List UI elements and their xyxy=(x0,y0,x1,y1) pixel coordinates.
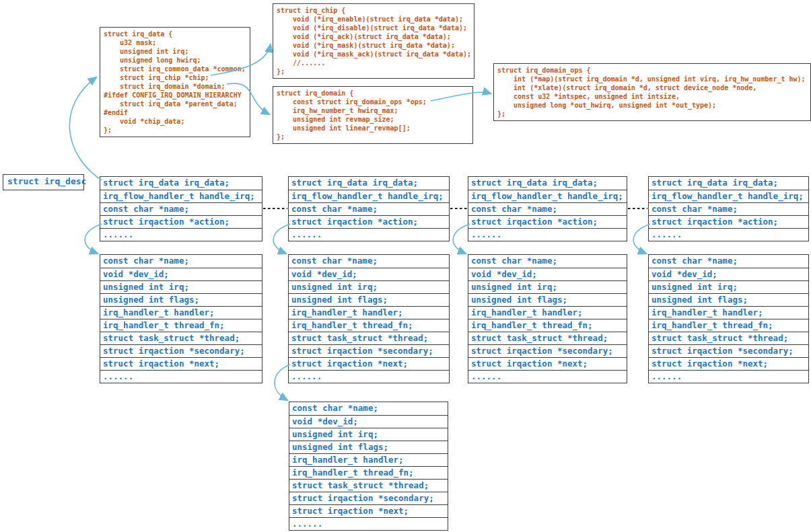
table-row: void *dev_id; xyxy=(289,268,449,280)
irqaction-table-4: const char *name; void *dev_id; unsigned… xyxy=(648,254,809,383)
irqaction-table-1: const char *name; void *dev_id; unsigned… xyxy=(100,254,262,383)
table-row: irq_flow_handler_t handle_irq; xyxy=(289,190,449,202)
table-row: struct irqaction *secondary; xyxy=(468,344,627,357)
table-row: irq_handler_t handler; xyxy=(468,306,627,319)
table-row: ...... xyxy=(289,228,449,241)
table-row: const char *name; xyxy=(649,255,808,268)
table-row: unsigned int irq; xyxy=(100,280,262,293)
table-row: const char *name; xyxy=(100,202,262,215)
table-row: irq_handler_t thread_fn; xyxy=(100,319,262,332)
table-row: const char *name; xyxy=(468,255,627,268)
table-row: struct irqaction *secondary; xyxy=(100,344,262,357)
arrow-irqdata-field-to-irqdata-def xyxy=(69,77,102,180)
irq-desc-table-1: struct irq_data irq_data; irq_flow_handl… xyxy=(100,176,262,241)
table-row: ...... xyxy=(100,228,262,241)
table-row: struct task_struct *thread; xyxy=(649,332,808,344)
table-row: struct irqaction *secondary; xyxy=(289,492,448,504)
table-row: ...... xyxy=(649,370,808,383)
table-row: irq_flow_handler_t handle_irq; xyxy=(468,190,627,202)
table-row: unsigned int flags; xyxy=(289,441,448,453)
table-row: struct irq_data irq_data; xyxy=(100,177,262,190)
irq-desc-table-4: struct irq_data irq_data; irq_flow_handl… xyxy=(648,176,809,241)
table-row: struct irqaction *action; xyxy=(100,215,262,228)
table-row: irq_handler_t handler; xyxy=(289,453,448,466)
table-row: struct irq_data irq_data; xyxy=(649,177,808,190)
table-row: irq_handler_t handler; xyxy=(289,306,449,319)
irqaction-table-next: const char *name; void *dev_id; unsigned… xyxy=(289,402,448,531)
table-row: void *dev_id; xyxy=(100,268,262,280)
struct-irq-data-definition-box: struct irq_data { u32 mask; unsigned int… xyxy=(100,27,250,137)
table-row: ...... xyxy=(468,370,627,383)
table-row: unsigned int flags; xyxy=(649,293,808,306)
table-row: unsigned int flags; xyxy=(100,293,262,306)
table-row: const char *name; xyxy=(468,202,627,215)
table-row: struct irqaction *action; xyxy=(468,215,627,228)
table-row: struct irqaction *secondary; xyxy=(289,344,449,357)
irq-desc-table-2: struct irq_data irq_data; irq_flow_handl… xyxy=(288,176,450,241)
table-row: ...... xyxy=(289,370,449,383)
struct-irq-chip-definition-box: struct irq_chip { void (*irq_enable)(str… xyxy=(273,3,474,79)
table-row: ...... xyxy=(100,370,262,383)
table-row: unsigned int flags; xyxy=(468,293,627,306)
table-row: irq_handler_t thread_fn; xyxy=(289,466,448,479)
table-row: unsigned int irq; xyxy=(289,280,449,293)
table-row: struct irqaction *next; xyxy=(289,357,449,370)
table-row: const char *name; xyxy=(289,202,449,215)
table-row: struct task_struct *thread; xyxy=(468,332,627,344)
table-row: struct irqaction *action; xyxy=(649,215,808,228)
table-row: unsigned int flags; xyxy=(289,293,449,306)
table-row: ...... xyxy=(289,517,448,530)
table-row: irq_flow_handler_t handle_irq; xyxy=(649,190,808,202)
table-row: struct irqaction *next; xyxy=(649,357,808,370)
table-row: struct task_struct *thread; xyxy=(289,479,448,492)
struct-irq-domain-definition-box: struct irq_domain { const struct irq_dom… xyxy=(273,86,473,144)
table-row: const char *name; xyxy=(289,255,449,268)
struct-irq-desc-label: struct irq_desc xyxy=(3,174,84,190)
irq-structures-diagram: struct irq_data { u32 mask; unsigned int… xyxy=(0,0,811,532)
table-row: const char *name; xyxy=(100,255,262,268)
table-row: unsigned int irq; xyxy=(649,280,808,293)
table-row: irq_handler_t handler; xyxy=(649,306,808,319)
irqaction-table-2: const char *name; void *dev_id; unsigned… xyxy=(288,254,450,383)
table-row: struct irq_data irq_data; xyxy=(289,177,449,190)
table-row: unsigned int irq; xyxy=(289,428,448,441)
table-row: void *dev_id; xyxy=(649,268,808,280)
table-row: irq_handler_t thread_fn; xyxy=(468,319,627,332)
table-row: struct irqaction *next; xyxy=(100,357,262,370)
table-row: struct irq_data irq_data; xyxy=(468,177,627,190)
table-row: struct irqaction *action; xyxy=(289,215,449,228)
table-row: struct irqaction *secondary; xyxy=(649,344,808,357)
table-row: void *dev_id; xyxy=(289,415,448,428)
table-row: irq_handler_t handler; xyxy=(100,306,262,319)
table-row: struct irqaction *next; xyxy=(468,357,627,370)
irq-desc-table-3: struct irq_data irq_data; irq_flow_handl… xyxy=(468,176,627,241)
struct-irq-domain-ops-definition-box: struct irq_domain_ops { int (*map)(struc… xyxy=(493,63,811,121)
table-row: struct irqaction *next; xyxy=(289,504,448,517)
table-row: struct task_struct *thread; xyxy=(100,332,262,344)
table-row: irq_handler_t thread_fn; xyxy=(649,319,808,332)
table-row: irq_flow_handler_t handle_irq; xyxy=(100,190,262,202)
table-row: struct task_struct *thread; xyxy=(289,332,449,344)
table-row: ...... xyxy=(468,228,627,241)
table-row: void *dev_id; xyxy=(468,268,627,280)
table-row: unsigned int irq; xyxy=(468,280,627,293)
table-row: ...... xyxy=(649,228,808,241)
table-row: irq_handler_t thread_fn; xyxy=(289,319,449,332)
table-row: const char *name; xyxy=(649,202,808,215)
irqaction-table-3: const char *name; void *dev_id; unsigned… xyxy=(468,254,627,383)
table-row: const char *name; xyxy=(289,402,448,415)
